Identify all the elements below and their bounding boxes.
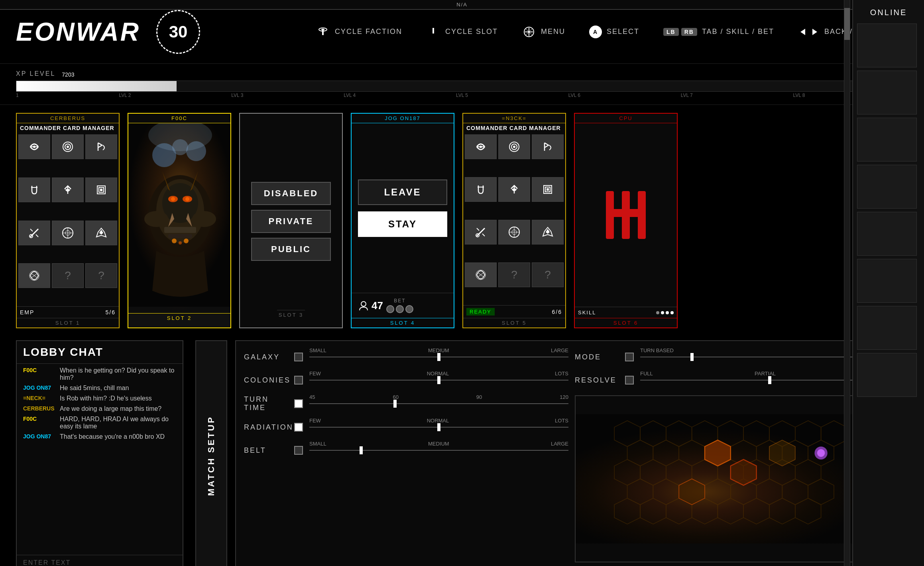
slot1-footer-right: 5/6 [106,309,116,316]
slot5-ability-3[interactable] [532,134,564,159]
level-badge: 30 [156,10,200,54]
player-count: 47 [372,300,383,312]
slot2-label: SLOT 2 [128,313,230,323]
slot5-ability-10[interactable] [465,262,497,287]
tab-skill-bet-control[interactable]: LB RB TAB / SKILL / BET [663,28,774,36]
mode-setting: MODE TURN BASED REAL TIME [575,349,899,365]
svg-point-16 [33,146,35,148]
colonies-slider[interactable]: FEW NORMAL LOTS [309,372,568,388]
scrollbar[interactable] [844,0,850,566]
ability-2[interactable] [52,134,84,159]
skill-dot-2 [661,311,664,314]
radiation-checkbox[interactable]: ✓ [294,423,303,432]
cycle-slot-control[interactable]: CYCLE SLOT [426,25,498,39]
ability-10[interactable] [18,263,50,288]
colonies-thumb[interactable] [437,376,440,384]
ability-5[interactable] [52,177,84,202]
lobby-chat: LOBBY CHAT F00C When is he getting on? D… [16,340,183,566]
radiation-label: RADIATION [244,423,288,432]
slot5-footer: READY 6/6 [463,305,565,318]
menu-label: MENU [541,28,565,36]
mode-label: MODE [575,353,619,361]
ability-6[interactable] [85,177,117,202]
slot5-ability-6[interactable] [532,177,564,202]
slot4-label: SLOT 4 [352,318,454,327]
resolve-checkbox[interactable] [625,376,634,385]
svg-rect-47 [168,234,192,238]
galaxy-slider[interactable]: SMALL MEDIUM LARGE [309,349,568,365]
svg-rect-46 [164,227,196,233]
slot5-count: 6/6 [552,309,562,315]
mode-checkbox[interactable] [625,353,634,361]
lb-button[interactable]: LB [663,28,679,36]
colonies-label: COLONIES [244,376,288,385]
radiation-slider[interactable]: FEW NORMAL LOTS [309,419,568,435]
scrollbar-thumb[interactable] [844,8,850,40]
turn-time-checkbox[interactable]: ✓ [294,399,303,408]
xp-label: XP LEVEL [16,70,55,77]
slot5-ability-9[interactable] [532,220,564,245]
turn-time-slider[interactable]: 45 60 90 120 [309,396,568,412]
currency-icons [386,305,413,313]
chat-msg-2: JOG ON87 He said 5mins, chill man [23,385,176,392]
slot4-footer: 47 BET [352,293,454,318]
turn-time-thumb[interactable] [393,400,397,408]
menu-control[interactable]: MENU [522,25,565,39]
select-control[interactable]: A SELECT [589,26,639,38]
leave-btn[interactable]: LEAVE [358,179,447,205]
cycle-faction-control[interactable]: CYCLE FACTION [316,25,402,39]
slot5-ability-1[interactable] [465,134,497,159]
player-icon [358,300,369,311]
ability-8[interactable] [52,221,84,245]
galaxy-slider-labels: SMALL MEDIUM LARGE [309,347,568,353]
chat-text-3: Is Rob with him? :D he's useless [60,395,152,402]
resolve-thumb[interactable] [768,376,771,384]
slot4-card: JOG ON187 LEAVE STAY 47 BET SLOT 4 [351,113,454,328]
xp-markers: 1 LVL 2 LVL 3 LVL 4 LVL 5 LVL 6 LVL 7 LV… [16,93,908,98]
ability-4[interactable] [18,177,50,202]
slot5-ability-7[interactable] [465,220,497,245]
ability-9[interactable] [85,221,117,245]
slot5-ability-11[interactable]: ? [498,262,530,287]
mode-thumb[interactable] [690,353,694,361]
public-btn[interactable]: PUBLIC [251,238,331,261]
colonies-setting: COLONIES FEW NORMAL LOTS [244,372,568,388]
chat-input[interactable]: ENTER TEXT [17,555,183,566]
ability-1[interactable] [18,134,50,159]
rb-button[interactable]: RB [681,28,697,36]
slot5-ability-8[interactable] [498,220,530,245]
private-btn[interactable]: PRIVATE [251,210,331,233]
ability-3[interactable] [85,134,117,159]
svg-rect-6 [433,28,434,34]
slot1-footer-left: EMP [20,309,34,316]
slot5-ability-5[interactable] [498,177,530,202]
skill-dot-4 [670,311,674,314]
ability-12[interactable]: ? [85,263,117,288]
slot5-label: SLOT 5 [463,318,565,327]
logo-number: 30 [169,22,188,41]
belt-slider[interactable]: SMALL MEDIUM LARGE [309,442,568,458]
ability-7[interactable] [18,221,50,245]
svg-point-50 [184,239,189,243]
slot5-ability-4[interactable] [465,177,497,202]
radiation-thumb[interactable] [437,423,440,431]
map-preview [575,395,899,562]
slot2-card[interactable]: F00C [128,113,231,328]
slot5-ability-2[interactable] [498,134,530,159]
app-logo: EONWAR [16,17,140,47]
ability-11[interactable]: ? [52,263,84,288]
skill-dot-3 [666,311,669,314]
disabled-btn[interactable]: DISABLED [251,182,331,205]
svg-marker-13 [800,29,805,35]
chat-text-2: He said 5mins, chill man [60,385,129,392]
galaxy-thumb[interactable] [437,353,440,361]
belt-checkbox[interactable] [294,446,303,455]
slot1-card[interactable]: CERBERUS COMMANDER CARD MANAGER [16,113,120,328]
slot5-ability-12[interactable]: ? [532,262,564,287]
settings-right: MODE TURN BASED REAL TIME [575,349,899,562]
belt-thumb[interactable] [360,446,363,454]
slot5-card[interactable]: =N3CK= COMMANDER CARD MANAGER [462,113,566,328]
colonies-checkbox[interactable] [294,376,303,385]
stay-btn[interactable]: STAY [358,211,447,237]
galaxy-checkbox[interactable] [294,353,303,361]
